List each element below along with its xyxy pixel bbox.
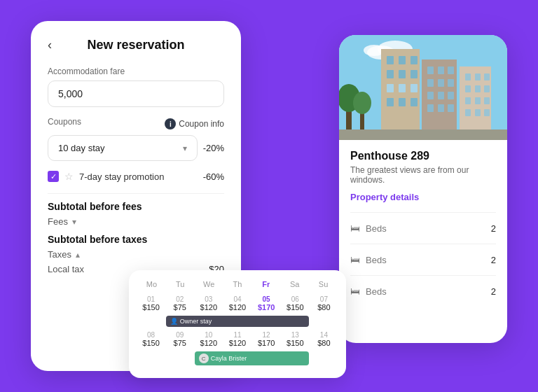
- divider-detail-2: [350, 244, 496, 244]
- svg-rect-9: [387, 56, 394, 64]
- owner-stay-row: 👤 Owner stay: [137, 316, 338, 327]
- beds-value-2: 2: [491, 255, 496, 265]
- svg-rect-24: [448, 66, 454, 74]
- promo-label: 7-day stay promotion: [79, 172, 198, 182]
- cal-cell-06[interactable]: 06 $150: [282, 294, 309, 313]
- svg-rect-23: [438, 66, 444, 74]
- beds-row-3: 🛏 Beds 2: [350, 281, 496, 301]
- local-tax-label: Local tax: [48, 264, 84, 274]
- svg-rect-37: [484, 74, 490, 80]
- svg-rect-12: [387, 70, 394, 78]
- beds-text-2: Beds: [366, 255, 387, 265]
- cal-cell-02[interactable]: 02 $75: [166, 294, 193, 313]
- property-details-link[interactable]: Property details: [350, 192, 496, 202]
- back-button[interactable]: ‹: [48, 38, 52, 52]
- coupon-discount: -20%: [203, 143, 224, 153]
- svg-rect-17: [411, 84, 418, 92]
- fees-chevron-icon: ▾: [72, 217, 76, 227]
- cal-cell-08[interactable]: 08 $150: [137, 330, 165, 349]
- cal-cell-05[interactable]: 05 $170: [253, 294, 280, 313]
- svg-rect-39: [475, 85, 481, 92]
- divider-detail-3: [350, 275, 496, 276]
- calendar-header: Mo Tu We Th Fr Sa Su: [137, 280, 338, 288]
- cal-cell-12[interactable]: 12 $170: [253, 330, 280, 349]
- svg-rect-40: [484, 85, 490, 92]
- cayla-bar: C Cayla Brister: [195, 351, 309, 365]
- promo-checkbox[interactable]: [48, 171, 59, 182]
- cards-container: ‹ New reservation Accommodation fare 5,0…: [31, 21, 507, 371]
- calendar-week-2: 08 $150 09 $75 10 $120 11 $120 12 $170 1…: [137, 330, 338, 349]
- svg-rect-45: [475, 109, 481, 116]
- day-we: We: [195, 280, 223, 288]
- taxes-chevron-icon: ▴: [76, 250, 80, 260]
- svg-rect-11: [411, 56, 418, 64]
- svg-rect-33: [448, 104, 454, 112]
- beds-label-1: 🛏 Beds: [350, 223, 387, 234]
- svg-rect-32: [438, 104, 444, 112]
- promo-discount: -60%: [203, 172, 224, 182]
- property-desc: The greatest views are from our windows.: [350, 165, 496, 185]
- cal-cell-11[interactable]: 11 $120: [223, 330, 251, 349]
- fees-row[interactable]: Fees ▾: [48, 216, 224, 227]
- cal-cell-01[interactable]: 01 $150: [137, 294, 165, 313]
- calendar-card: Mo Tu We Th Fr Sa Su 01 $150 02 $75 03 $…: [129, 270, 346, 378]
- svg-rect-15: [387, 84, 394, 92]
- property-image: [339, 35, 507, 140]
- info-icon: i: [165, 118, 176, 130]
- taxes-row[interactable]: Taxes ▴: [48, 249, 224, 260]
- coupon-info-text: Coupon info: [179, 119, 224, 129]
- coupon-option-text: 10 day stay: [58, 143, 105, 153]
- svg-rect-29: [438, 92, 444, 99]
- taxes-label: Taxes: [48, 249, 71, 260]
- svg-rect-30: [448, 92, 454, 99]
- star-icon: ☆: [64, 171, 74, 182]
- cal-cell-10[interactable]: 10 $120: [195, 330, 222, 349]
- coupon-select[interactable]: 10 day stay ▾: [48, 135, 198, 161]
- svg-rect-43: [484, 97, 490, 104]
- accommodation-input[interactable]: 5,000: [48, 80, 224, 107]
- beds-label-2: 🛏 Beds: [350, 254, 387, 265]
- beds-row-1: 🛏 Beds 2: [350, 218, 496, 238]
- promo-row: ☆ 7-day stay promotion -60%: [48, 171, 224, 182]
- chevron-down-icon: ▾: [183, 144, 187, 153]
- beds-row-2: 🛏 Beds 2: [350, 250, 496, 270]
- svg-rect-25: [427, 79, 434, 87]
- owner-stay-icon: 👤: [170, 318, 178, 325]
- svg-rect-18: [387, 98, 394, 106]
- subtotal-before-taxes: Subtotal before taxes: [48, 234, 224, 245]
- property-info: Penthouse 289 The greatest views are fro…: [339, 140, 507, 311]
- cal-cell-14[interactable]: 14 $80: [310, 330, 338, 349]
- bed-icon-1: 🛏: [350, 223, 360, 234]
- svg-rect-13: [399, 70, 406, 78]
- card-header: ‹ New reservation: [48, 38, 224, 52]
- svg-rect-27: [448, 79, 454, 87]
- svg-rect-44: [465, 109, 471, 116]
- divider-detail: [350, 212, 496, 213]
- coupons-row: Coupons i Coupon info: [48, 117, 224, 131]
- property-card: Penthouse 289 The greatest views are fro…: [339, 35, 507, 343]
- accommodation-label: Accommodation fare: [48, 66, 224, 76]
- svg-rect-47: [339, 130, 507, 140]
- cal-cell-09[interactable]: 09 $75: [166, 330, 193, 349]
- owner-stay-label: Owner stay: [180, 318, 212, 325]
- svg-rect-38: [465, 85, 471, 92]
- svg-rect-35: [465, 74, 471, 80]
- cal-cell-13[interactable]: 13 $150: [282, 330, 309, 349]
- svg-rect-10: [399, 56, 406, 64]
- svg-rect-14: [411, 70, 418, 78]
- bed-icon-3: 🛏: [350, 286, 360, 297]
- cayla-label: Cayla Brister: [211, 355, 247, 362]
- property-name: Penthouse 289: [350, 150, 496, 162]
- cal-cell-03[interactable]: 03 $120: [195, 294, 222, 313]
- divider-1: [48, 193, 224, 194]
- cal-cell-07[interactable]: 07 $80: [310, 294, 338, 313]
- coupon-info-link[interactable]: i Coupon info: [165, 118, 224, 130]
- beds-label-3: 🛏 Beds: [350, 286, 387, 297]
- svg-rect-31: [427, 104, 434, 112]
- day-mo: Mo: [137, 280, 166, 288]
- beds-text-3: Beds: [366, 286, 387, 297]
- cal-cell-04[interactable]: 04 $120: [223, 294, 251, 313]
- beds-value-1: 2: [491, 223, 496, 234]
- cayla-bar-row: C Cayla Brister: [137, 351, 338, 365]
- bed-icon-2: 🛏: [350, 254, 360, 265]
